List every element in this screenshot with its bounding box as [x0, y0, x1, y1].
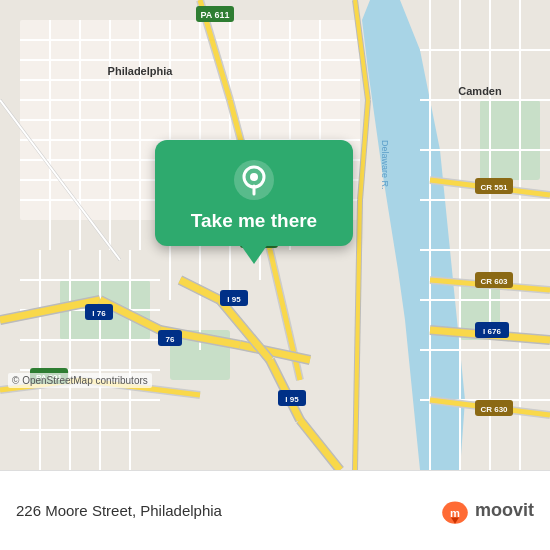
svg-text:Camden: Camden	[458, 85, 502, 97]
svg-text:I 95: I 95	[227, 295, 241, 304]
svg-text:76: 76	[166, 335, 175, 344]
take-me-there-label: Take me there	[191, 210, 317, 232]
map-container: PA 611 PA 611 PA 291 I 76 76 I 95 I 95 C…	[0, 0, 550, 470]
location-pin-icon	[232, 158, 276, 202]
take-me-there-button[interactable]: Take me there	[155, 140, 353, 246]
svg-text:CR 551: CR 551	[480, 183, 508, 192]
bottom-bar: 226 Moore Street, Philadelphia m moovit	[0, 470, 550, 550]
svg-text:CR 630: CR 630	[480, 405, 508, 414]
moovit-brand-text: moovit	[475, 500, 534, 521]
svg-text:Delaware R.: Delaware R.	[380, 140, 390, 190]
svg-text:I 676: I 676	[483, 327, 501, 336]
svg-text:PA 611: PA 611	[200, 10, 229, 20]
address-label: 226 Moore Street, Philadelphia	[16, 502, 439, 519]
svg-text:CR 603: CR 603	[480, 277, 508, 286]
moovit-logo: m moovit	[439, 495, 534, 527]
svg-text:I 76: I 76	[92, 309, 106, 318]
moovit-logo-icon: m	[439, 495, 471, 527]
svg-text:I 95: I 95	[285, 395, 299, 404]
svg-text:Philadelphia: Philadelphia	[108, 65, 174, 77]
svg-point-117	[250, 173, 258, 181]
copyright-notice: © OpenStreetMap contributors	[8, 373, 152, 388]
